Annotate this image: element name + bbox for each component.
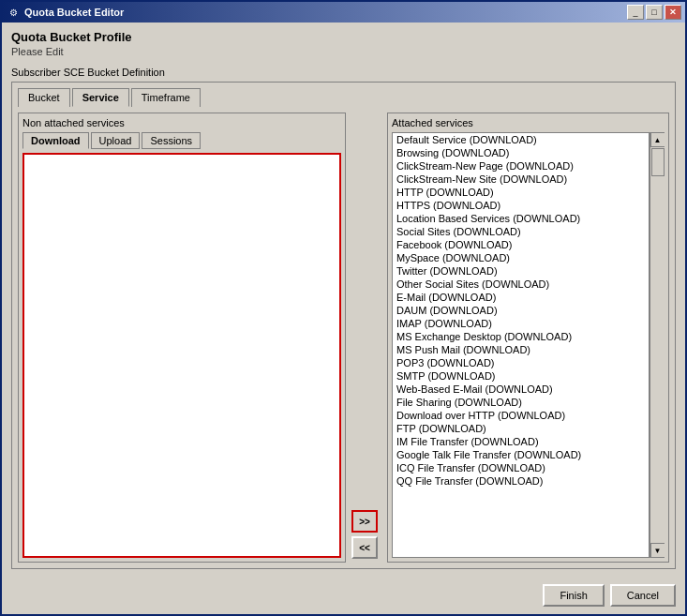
sub-tab-sessions[interactable]: Sessions: [142, 132, 201, 149]
list-item[interactable]: QQ File Transfer (DOWNLOAD): [393, 474, 649, 488]
title-bar-left: ⚙ Quota Bucket Editor: [6, 5, 124, 20]
tab-bucket[interactable]: Bucket: [18, 88, 70, 107]
tab-timeframe[interactable]: Timeframe: [131, 88, 201, 107]
maximize-button[interactable]: □: [646, 5, 663, 20]
minimize-button[interactable]: _: [627, 5, 644, 20]
cancel-button[interactable]: Cancel: [610, 584, 676, 607]
list-item[interactable]: Download over HTTP (DOWNLOAD): [393, 409, 649, 422]
move-left-button[interactable]: <<: [351, 536, 378, 559]
page-title: Quota Bucket Profile: [11, 30, 676, 44]
main-tabs-row: Bucket Service Timeframe: [18, 88, 669, 107]
two-panels-area: Non attached services Download Upload Se…: [18, 113, 669, 563]
list-item[interactable]: Social Sites (DOWNLOAD): [393, 225, 649, 238]
window-title: Quota Bucket Editor: [24, 7, 124, 18]
list-item[interactable]: ICQ File Transfer (DOWNLOAD): [393, 461, 649, 474]
scrollbar[interactable]: ▲ ▼: [650, 132, 665, 558]
sub-tabs-row: Download Upload Sessions: [22, 132, 341, 149]
main-window: ⚙ Quota Bucket Editor _ □ ✕ Quota Bucket…: [0, 0, 687, 616]
list-item[interactable]: Facebook (DOWNLOAD): [393, 238, 649, 251]
section-label: Subscriber SCE Bucket Definition: [11, 67, 676, 78]
list-item[interactable]: HTTP (DOWNLOAD): [393, 186, 649, 199]
list-item[interactable]: FTP (DOWNLOAD): [393, 422, 649, 435]
list-item[interactable]: IM File Transfer (DOWNLOAD): [393, 435, 649, 448]
scroll-down-arrow[interactable]: ▼: [650, 543, 665, 558]
list-item[interactable]: ClickStream-New Site (DOWNLOAD): [393, 173, 649, 186]
list-item[interactable]: SMTP (DOWNLOAD): [393, 369, 649, 383]
list-item[interactable]: Browsing (DOWNLOAD): [393, 146, 649, 159]
scroll-up-arrow[interactable]: ▲: [650, 132, 665, 147]
move-right-button[interactable]: >>: [351, 510, 378, 533]
title-bar-buttons: _ □ ✕: [627, 5, 681, 20]
list-item[interactable]: Location Based Services (DOWNLOAD): [393, 212, 649, 225]
bottom-bar: Finish Cancel: [2, 577, 685, 614]
list-item[interactable]: E-Mail (DOWNLOAD): [393, 291, 649, 304]
close-button[interactable]: ✕: [665, 5, 681, 20]
list-item[interactable]: ClickStream-New Page (DOWNLOAD): [393, 159, 649, 173]
title-bar: ⚙ Quota Bucket Editor _ □ ✕: [2, 2, 685, 23]
list-item[interactable]: IMAP (DOWNLOAD): [393, 317, 649, 330]
app-icon: ⚙: [6, 5, 21, 20]
main-panel: Bucket Service Timeframe Non attached se…: [11, 82, 676, 569]
list-item[interactable]: MySpace (DOWNLOAD): [393, 251, 649, 264]
list-item[interactable]: MS Push Mail (DOWNLOAD): [393, 343, 649, 356]
scroll-thumb[interactable]: [651, 148, 665, 176]
left-panel: Non attached services Download Upload Se…: [18, 113, 346, 563]
list-item[interactable]: Other Social Sites (DOWNLOAD): [393, 278, 649, 291]
sub-tab-upload[interactable]: Upload: [91, 132, 141, 149]
list-item[interactable]: MS Exchange Desktop (DOWNLOAD): [393, 330, 649, 343]
tab-service[interactable]: Service: [72, 88, 129, 107]
list-item[interactable]: File Sharing (DOWNLOAD): [393, 396, 649, 409]
non-attached-title: Non attached services: [22, 117, 341, 128]
right-panel: Attached services Default Service (DOWNL…: [387, 113, 669, 563]
finish-button[interactable]: Finish: [543, 584, 604, 607]
list-item[interactable]: DAUM (DOWNLOAD): [393, 304, 649, 317]
list-item[interactable]: POP3 (DOWNLOAD): [393, 356, 649, 369]
list-item[interactable]: Web-Based E-Mail (DOWNLOAD): [393, 383, 649, 396]
attached-title: Attached services: [392, 117, 665, 128]
list-item[interactable]: Default Service (DOWNLOAD): [393, 133, 649, 146]
attached-services-list[interactable]: Default Service (DOWNLOAD)Browsing (DOWN…: [392, 132, 650, 558]
list-item[interactable]: Google Talk File Transfer (DOWNLOAD): [393, 448, 649, 461]
list-item[interactable]: Twitter (DOWNLOAD): [393, 264, 649, 278]
non-attached-list[interactable]: [22, 153, 341, 558]
window-content: Quota Bucket Profile Please Edit Subscri…: [2, 23, 685, 577]
arrow-buttons-area: >> <<: [351, 113, 381, 563]
sub-tab-download[interactable]: Download: [22, 132, 89, 149]
page-subtitle: Please Edit: [11, 46, 676, 57]
list-item[interactable]: HTTPS (DOWNLOAD): [393, 199, 649, 212]
